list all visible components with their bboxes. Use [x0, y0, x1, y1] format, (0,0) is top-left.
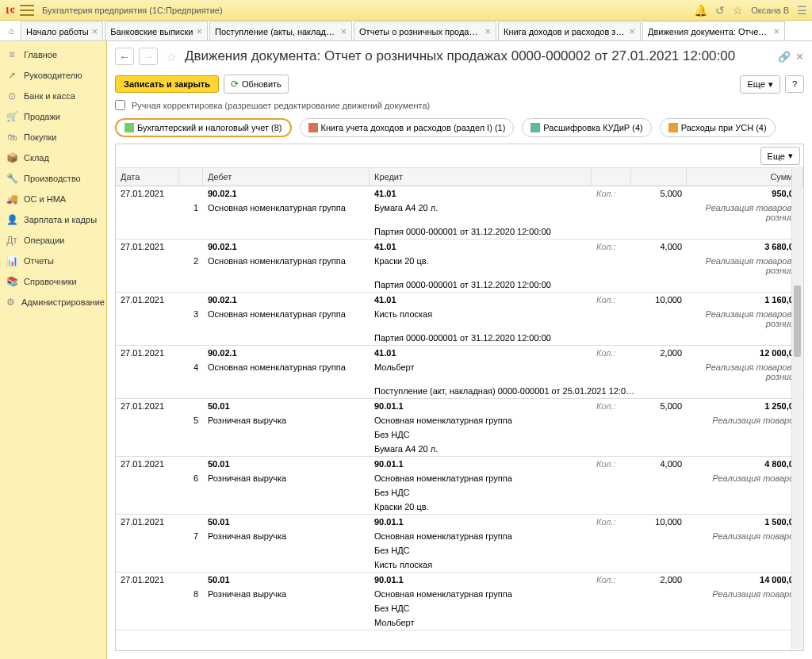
- scroll-thumb[interactable]: [794, 285, 801, 357]
- table-row[interactable]: 27.01.2021 50.01 90.01.1 Кол.: 4,000 4 8…: [116, 457, 803, 515]
- manual-edit-label: Ручная корректировка (разрешает редактир…: [132, 101, 430, 110]
- table-row[interactable]: 27.01.2021 90.02.1 41.01 Кол.: 4,000 3 6…: [116, 239, 803, 293]
- help-button[interactable]: ?: [785, 75, 804, 93]
- manual-edit-checkbox[interactable]: [115, 100, 125, 110]
- sidebar-item[interactable]: ⊙Банк и касса: [0, 86, 106, 106]
- table-row[interactable]: 27.01.2021 50.01 90.01.1 Кол.: 2,000 14 …: [116, 573, 803, 630]
- nav-icon: 🔧: [6, 173, 17, 184]
- sidebar-item[interactable]: ↗Руководителю: [0, 65, 106, 86]
- sidebar: ≡Главное↗Руководителю⊙Банк и касса🛒Прода…: [0, 41, 107, 659]
- logo-1c: 1¢: [5, 4, 15, 17]
- titlebar: 1¢ Бухгалтерия предприятия (1С:Предприят…: [0, 0, 812, 21]
- nav-icon: ⚙: [6, 297, 15, 308]
- save-close-button[interactable]: Записать и закрыть: [115, 75, 219, 93]
- favorite-star-icon[interactable]: ☆: [166, 49, 177, 64]
- sidebar-item[interactable]: 🚚ОС и НМА: [0, 189, 106, 209]
- subtab[interactable]: Бухгалтерский и налоговый учет (8): [115, 118, 292, 137]
- content-area: ← → ☆ Движения документа: Отчет о рознич…: [107, 41, 812, 659]
- tab-close-icon[interactable]: ×: [773, 25, 779, 37]
- subtab-icon: [668, 123, 678, 132]
- sidebar-item[interactable]: ≡Главное: [0, 44, 106, 65]
- subtab[interactable]: Расходы при УСН (4): [660, 118, 776, 137]
- history-icon[interactable]: ↺: [715, 4, 725, 17]
- table-row[interactable]: 27.01.2021 90.02.1 41.01 Кол.: 10,000 1 …: [116, 293, 803, 346]
- home-tab-icon[interactable]: ⌂: [2, 21, 21, 40]
- nav-icon: ↗: [6, 70, 17, 81]
- doc-tab[interactable]: Поступление (акты, накладные)×: [209, 21, 352, 40]
- sidebar-item[interactable]: 📚Справочники: [0, 271, 106, 292]
- nav-icon: 🛒: [6, 111, 17, 122]
- back-button[interactable]: ←: [115, 48, 134, 65]
- table-row[interactable]: 27.01.2021 90.02.1 41.01 Кол.: 2,000 12 …: [116, 346, 803, 399]
- doc-tab[interactable]: Отчеты о розничных продажах×: [354, 21, 496, 40]
- sidebar-item[interactable]: 👤Зарплата и кадры: [0, 209, 106, 230]
- user-name[interactable]: Оксана В: [751, 6, 789, 15]
- grid[interactable]: Дата Дебет Кредит Сумма 27.01.2021 90.02…: [116, 168, 803, 650]
- nav-icon: 🚚: [6, 193, 17, 205]
- tab-strip: ⌂ Начало работы×Банковские выписки×Посту…: [0, 21, 812, 41]
- scrollbar[interactable]: [791, 167, 802, 649]
- nav-icon: 🛍: [6, 132, 17, 143]
- more-button[interactable]: Еще ▾: [740, 75, 779, 94]
- nav-icon: Дт: [6, 235, 17, 246]
- link-icon[interactable]: 🔗: [778, 51, 791, 63]
- table-container: Еще ▾ Дата Дебет Кредит Сумма 27.01.2021…: [115, 144, 804, 651]
- table-row[interactable]: 27.01.2021 50.01 90.01.1 Кол.: 5,000 1 2…: [116, 399, 803, 457]
- nav-icon: ≡: [6, 49, 17, 60]
- subtab-icon: [530, 123, 540, 132]
- sidebar-item[interactable]: ДтОперации: [0, 230, 106, 251]
- app-title: Бухгалтерия предприятия (1С:Предприятие): [42, 6, 223, 15]
- star-icon[interactable]: ☆: [733, 4, 743, 17]
- nav-icon: 👤: [6, 214, 17, 225]
- tab-close-icon[interactable]: ×: [485, 25, 491, 37]
- table-more-button[interactable]: Еще ▾: [760, 147, 800, 165]
- table-row[interactable]: 27.01.2021 90.02.1 41.01 Кол.: 5,000 950…: [116, 186, 803, 239]
- forward-button[interactable]: →: [139, 48, 158, 65]
- nav-icon: 📦: [6, 152, 17, 163]
- doc-tab[interactable]: Начало работы×: [21, 21, 103, 40]
- grid-header: Дата Дебет Кредит Сумма: [116, 168, 803, 186]
- sidebar-item[interactable]: 📦Склад: [0, 148, 106, 168]
- tab-close-icon[interactable]: ×: [629, 25, 635, 37]
- refresh-button[interactable]: ⟳Обновить: [224, 75, 289, 94]
- subtab-icon: [124, 123, 134, 132]
- nav-icon: ⊙: [6, 90, 17, 102]
- menu-icon[interactable]: [20, 5, 34, 16]
- subtabs: Бухгалтерский и налоговый учет (8)Книга …: [107, 117, 812, 144]
- page-title: Движения документа: Отчет о розничных пр…: [185, 48, 735, 64]
- doc-tab[interactable]: Движения документа: Отчет о розничн…×: [642, 21, 785, 40]
- refresh-icon: ⟳: [231, 79, 239, 90]
- nav-icon: 📊: [6, 255, 17, 266]
- doc-tab[interactable]: Банковские выписки×: [105, 21, 208, 40]
- table-row[interactable]: 27.01.2021 50.01 90.01.1 Кол.: 10,000 1 …: [116, 515, 803, 573]
- tab-close-icon[interactable]: ×: [196, 25, 202, 37]
- doc-tab[interactable]: Книга доходов и расходов за 1 квартал…×: [498, 21, 641, 40]
- sidebar-item[interactable]: 📊Отчеты: [0, 251, 106, 271]
- close-icon[interactable]: ✕: [795, 51, 804, 63]
- sidebar-item[interactable]: ⚙Администрирование: [0, 292, 106, 312]
- tab-close-icon[interactable]: ×: [92, 25, 98, 37]
- subtab[interactable]: Расшифровка КУДиР (4): [522, 118, 651, 137]
- subtab-icon: [308, 123, 318, 132]
- sidebar-toggle-icon[interactable]: ☰: [797, 4, 807, 17]
- bell-icon[interactable]: 🔔: [694, 4, 707, 17]
- sidebar-item[interactable]: 🛍Покупки: [0, 127, 106, 148]
- sidebar-item[interactable]: 🛒Продажи: [0, 106, 106, 127]
- sidebar-item[interactable]: 🔧Производство: [0, 168, 106, 189]
- subtab[interactable]: Книга учета доходов и расходов (раздел I…: [300, 118, 515, 137]
- tab-close-icon[interactable]: ×: [340, 25, 347, 37]
- nav-icon: 📚: [6, 276, 17, 287]
